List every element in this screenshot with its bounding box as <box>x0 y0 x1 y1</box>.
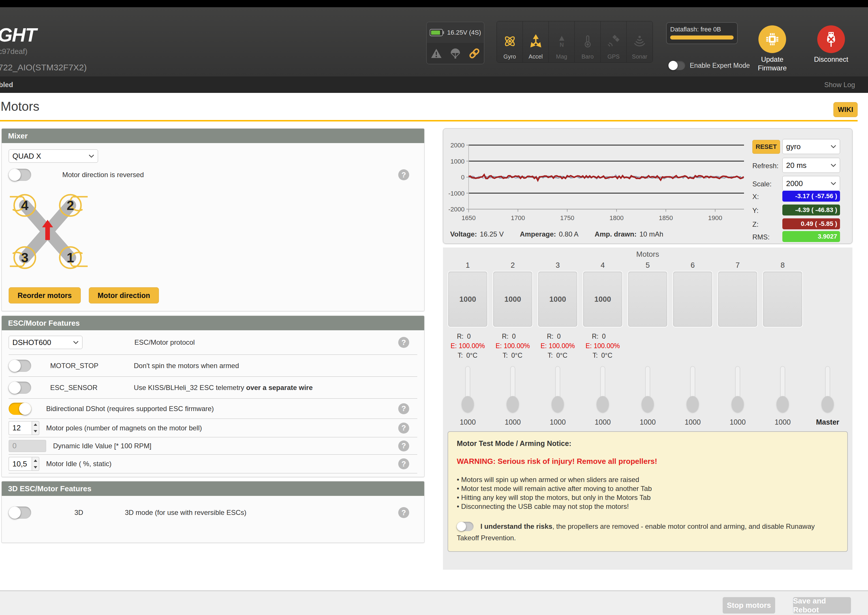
bidirectional-dshot-toggle[interactable] <box>9 403 31 415</box>
graph-mode-value: gyro <box>786 142 801 151</box>
readout-x-value: -3.17 ( -57.56 ) <box>782 191 840 201</box>
master-slider[interactable] <box>819 366 836 409</box>
motor-direction-reversed-toggle[interactable] <box>9 169 31 181</box>
slider-knob[interactable] <box>821 396 834 412</box>
betaflight-logo: GHT <box>0 24 36 46</box>
battery-voltage-row: 16.25V (4S) <box>427 22 484 43</box>
motor-number: 4 <box>601 259 605 271</box>
slider-knob[interactable] <box>462 396 474 412</box>
slider-value-label: 1000 <box>640 416 656 428</box>
help-icon[interactable]: ? <box>398 440 409 451</box>
svg-text:2000: 2000 <box>450 142 464 149</box>
help-icon[interactable]: ? <box>398 507 409 518</box>
link-icon <box>469 48 480 59</box>
esc-sensor-toggle[interactable] <box>9 382 31 394</box>
slider-knob[interactable] <box>642 396 654 412</box>
accel-icon <box>529 29 543 53</box>
baro-icon <box>581 29 595 53</box>
voltage-stat: Voltage:16.25 V <box>450 230 504 238</box>
footer-bar: Stop motors Save and Reboot <box>0 590 868 615</box>
slider-knob[interactable] <box>552 396 564 412</box>
motor-column-1: 11000R:0E: 100.00%T:0°C1000 <box>445 259 490 428</box>
motor-idle-input[interactable] <box>9 457 32 471</box>
motor-value-bar <box>628 271 668 328</box>
readout-rms-value: 3.9027 <box>782 231 840 242</box>
telemetry-error: E: 100.00% <box>451 342 485 350</box>
stop-motors-button[interactable]: Stop motors <box>723 597 775 613</box>
motor-slider-7[interactable] <box>729 366 746 409</box>
help-icon[interactable]: ? <box>398 423 409 434</box>
understand-risks-toggle[interactable] <box>457 522 474 531</box>
esc-3d-panel-header: 3D ESC/Motor Features <box>2 481 424 496</box>
expert-mode-toggle[interactable] <box>669 61 685 70</box>
window-top-strip <box>0 0 868 7</box>
motor-column-7: 71000 <box>715 259 760 428</box>
slider-knob[interactable] <box>777 396 789 412</box>
status-message-fragment: bled <box>0 81 13 89</box>
motor-poles-stepper[interactable] <box>9 421 39 435</box>
graph-mode-select[interactable]: gyro <box>782 139 840 154</box>
sensor-sonar: Sonar <box>626 21 653 62</box>
3d-mode-toggle[interactable] <box>9 507 31 519</box>
slider-knob[interactable] <box>732 396 744 412</box>
motor-slider-8[interactable] <box>774 366 791 409</box>
motor-idle-row: Motor Idle ( %, static) ? <box>9 454 417 473</box>
dataflash-label: Dataflash: free 0B <box>670 26 734 33</box>
dynamic-idle-input: 0 <box>9 440 46 452</box>
telemetry-temp: T:0°C <box>458 352 478 359</box>
slider-knob[interactable] <box>687 396 699 412</box>
sensor-label: GPS <box>607 53 619 60</box>
help-icon[interactable]: ? <box>398 169 409 180</box>
save-and-reboot-button[interactable]: Save and Reboot <box>793 597 851 613</box>
slider-knob[interactable] <box>506 396 519 412</box>
readout-y-value: -4.39 ( -46.83 ) <box>782 204 840 215</box>
3d-mode-desc: 3D mode (for use with reversible ESCs) <box>125 509 246 517</box>
gyro-icon <box>503 29 517 53</box>
scale-select[interactable]: 2000 <box>782 176 840 191</box>
motor-slider-5[interactable] <box>639 366 656 409</box>
readout-x-label: X: <box>753 193 759 201</box>
motor-number-top-right: 2 <box>67 198 74 213</box>
help-icon[interactable]: ? <box>398 337 409 348</box>
motor-slider-6[interactable] <box>684 366 701 409</box>
motor-slider-3[interactable] <box>549 366 566 409</box>
motor-poles-input[interactable] <box>9 421 32 435</box>
sensor-gps: GPS <box>601 21 626 62</box>
show-log-button[interactable]: Show Log <box>824 81 855 89</box>
notice-bullet: • Motor test mode will remain active aft… <box>457 484 838 493</box>
refresh-select[interactable]: 20 ms <box>782 158 840 173</box>
telemetry-error: E: 100.00% <box>541 342 575 350</box>
motor-value-bar: 1000 <box>492 271 533 328</box>
failsafe-parachute-icon <box>450 48 461 59</box>
motor-direction-button[interactable]: Motor direction <box>89 287 159 303</box>
reorder-motors-button[interactable]: Reorder motors <box>9 287 81 303</box>
motor-stop-toggle[interactable] <box>9 360 31 372</box>
mixer-type-select[interactable]: QUAD X <box>9 150 98 163</box>
motor-column-3: 31000R:0E: 100.00%T:0°C1000 <box>535 259 580 428</box>
update-firmware-button[interactable] <box>759 25 786 53</box>
expert-mode-row: Enable Expert Mode <box>669 61 750 70</box>
disconnect-button[interactable] <box>817 25 845 53</box>
graph-reset-button[interactable]: RESET <box>753 140 780 154</box>
svg-text:1800: 1800 <box>609 214 624 222</box>
help-icon[interactable]: ? <box>398 403 409 414</box>
quad-x-mixer-diagram: 4 2 3 1 <box>10 189 88 270</box>
wiki-button[interactable]: WIKI <box>834 102 858 117</box>
spinner-buttons[interactable] <box>32 421 39 435</box>
motor-slider-1[interactable] <box>459 366 476 409</box>
motor-idle-stepper[interactable] <box>9 457 39 471</box>
spinner-buttons[interactable] <box>32 457 39 471</box>
motor-slider-2[interactable] <box>504 366 521 409</box>
readout-rms-label: RMS: <box>753 233 770 241</box>
slider-knob[interactable] <box>597 396 609 412</box>
sensor-label: Gyro <box>503 53 516 60</box>
help-icon[interactable]: ? <box>398 458 409 469</box>
mixer-panel: Mixer QUAD X Motor direction is reversed… <box>2 128 424 311</box>
motor-stop-name: MOTOR_STOP <box>50 362 134 370</box>
esc-protocol-select[interactable]: DSHOT600 <box>9 336 83 349</box>
motor-direction-reversed-label: Motor direction is reversed <box>62 171 144 179</box>
svg-text:-2000: -2000 <box>449 206 464 213</box>
esc-sensor-row: ESC_SENSOR Use KISS/BLHeli_32 ESC teleme… <box>9 376 417 398</box>
svg-text:1700: 1700 <box>511 214 525 222</box>
motor-slider-4[interactable] <box>594 366 611 409</box>
